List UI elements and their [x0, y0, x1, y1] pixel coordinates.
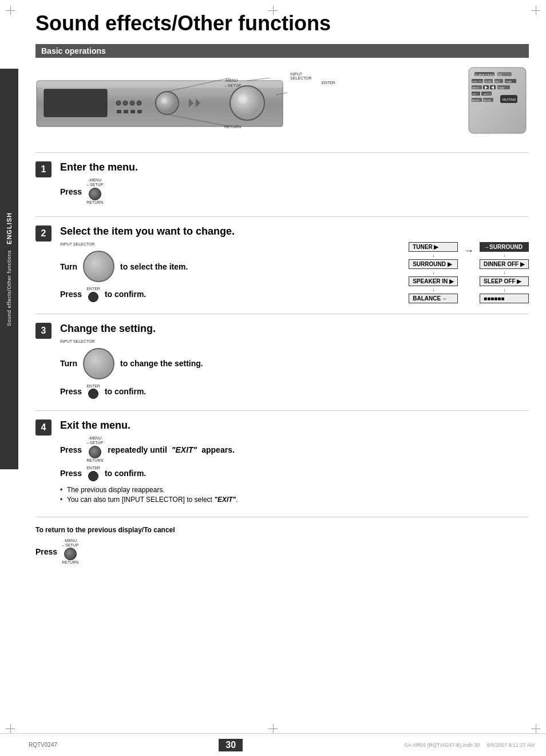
section-header: Basic operations	[35, 44, 529, 58]
sidebar: ENGLISH Sound effects/Other functions	[0, 69, 18, 469]
step-3-turn-desc: to change the setting.	[120, 359, 203, 368]
step-2-btn-circle	[88, 292, 98, 302]
menu-arrow-5: ↓	[480, 270, 529, 275]
menu-item-sleep: SLEEP OFF ▶	[480, 276, 529, 286]
footer-file-text: SA-XR59 (RQTV0247-B).indb 30	[404, 742, 480, 748]
step-3-number: 3	[35, 323, 52, 339]
step-3-turn-label: Turn	[60, 359, 77, 368]
page-footer: RQTV0247 30 SA-XR59 (RQTV0247-B).indb 30…	[0, 733, 546, 756]
menu-arrow-2: ↓	[409, 270, 458, 275]
return-setup-lbl: – SETUP	[62, 543, 78, 548]
step-3-content: Change the setting. INPUT SELECTOR Turn …	[60, 323, 529, 402]
crosshair-top-right	[531, 6, 540, 15]
svg-point-3	[116, 101, 121, 105]
step-1-section: 1 Enter the menu. Press -MENU – SETUP RE…	[35, 152, 529, 216]
step-2-input-selector-label: INPUT SELECTOR	[60, 242, 397, 246]
step-1-btn-circle	[89, 188, 101, 200]
col-arrow: →	[464, 245, 474, 257]
step-3-press-block: Press ENTER to confirm.	[60, 384, 529, 399]
step-3-knob	[83, 348, 114, 379]
menu-arrow-3: ↓	[409, 287, 458, 292]
step-3-enter-label: ENTER	[86, 384, 100, 389]
step-4-setup-lbl: – SETUP	[86, 441, 103, 445]
sidebar-function-label: Sound effects/Other functions	[6, 250, 12, 326]
menu-label-line2: – SETUP	[224, 83, 241, 88]
step-2-knob	[83, 251, 114, 282]
svg-point-12	[161, 98, 167, 104]
return-press-block: Press -MENU – SETUP RETURN	[35, 539, 529, 565]
svg-text:SUBWOOFER: SUBWOOFER	[475, 73, 494, 77]
step-2-title: Select the item you want to change.	[60, 225, 529, 238]
menu-item-surround2: →SURROUND	[480, 242, 529, 252]
svg-text:TV/AV: TV/AV	[505, 80, 512, 83]
step-2-content: Select the item you want to change. INPU…	[60, 225, 529, 304]
receiver-svg	[35, 78, 287, 129]
svg-rect-2	[44, 89, 107, 117]
main-content: Sound effects/Other functions Basic oper…	[18, 0, 546, 583]
step-4-btn-circle2	[88, 471, 98, 481]
svg-text:DDD>TTX: DDD>TTX	[472, 80, 483, 83]
step-4-return-button: -MENU – SETUP RETURN	[86, 436, 103, 463]
step-4-enter-label: ENTER	[86, 466, 100, 470]
step-2-menu-diagram: TUNER ▶ ↓ SURROUND ▶ ↓ SPEAKER IN ▶ ↓ BA…	[409, 242, 529, 303]
svg-rect-7	[117, 110, 121, 113]
menu-arrow-4: ↓	[480, 253, 529, 258]
menu-label-line1: -MENU	[224, 78, 241, 83]
enter-device-label: ENTER	[322, 81, 335, 85]
page-title: Sound effects/Other functions	[35, 11, 529, 35]
remote-device: SUBWOOFER TV... DDD>TTX LEVEL REC TV/AV …	[466, 66, 529, 137]
step-4-press2-label: Press	[60, 469, 82, 478]
menu-columns-wrapper: TUNER ▶ ↓ SURROUND ▶ ↓ SPEAKER IN ▶ ↓ BA…	[409, 242, 529, 303]
step-3-btn-circle	[88, 389, 98, 399]
svg-text:NEO 6: NEO 6	[472, 86, 480, 89]
footer-code: RQTV0247	[29, 742, 57, 748]
step-3-turn-block: Turn to change the setting.	[60, 348, 529, 379]
footer-date: 6/5/2007 9:11:27 AM	[487, 742, 535, 748]
svg-rect-10	[137, 110, 142, 113]
step-4-number: 4	[35, 419, 52, 436]
step-2-number: 2	[35, 225, 52, 242]
svg-text:LEVEL: LEVEL	[485, 80, 492, 83]
bullet-2-italic: "EXIT"	[214, 496, 236, 504]
menu-arrow-1: ↓	[409, 253, 458, 258]
step-4-btn-circle1	[89, 446, 101, 458]
svg-line-17	[247, 78, 287, 81]
svg-point-15	[230, 86, 264, 120]
svg-text:TV/AV: TV/AV	[498, 86, 505, 89]
bullet-2-text: You can also turn [INPUT SELECTOR] to se…	[67, 496, 214, 504]
step-1-button: -MENU – SETUP RETURN	[86, 178, 103, 205]
step-2-turn-desc: to select the item.	[120, 262, 188, 271]
step-4-return-lbl: RETURN	[86, 458, 103, 463]
step-3-title: Change the setting.	[60, 323, 529, 335]
svg-point-4	[123, 101, 128, 105]
input-selector-device-label: INPUT SELECTOR	[290, 72, 312, 80]
return-device-label: RETURN	[224, 125, 241, 129]
menu-col-2: →SURROUND ↓ DINNER OFF ▶ ↓ SLEEP OFF ▶ ↓…	[480, 242, 529, 303]
menu-setup-device-label: -MENU – SETUP	[224, 78, 241, 88]
step-4-press1-desc-italic: "EXIT"	[172, 445, 197, 454]
bullet-1: The previous display reappears.	[60, 486, 529, 494]
step-3-input-selector-label: INPUT SELECTOR	[60, 339, 529, 343]
step-2-section: 2 Select the item you want to change. IN…	[35, 216, 529, 313]
menu-item-tuner: TUNER ▶	[409, 242, 458, 252]
step-2-press-label: Press	[60, 290, 82, 299]
bullet-2-end: .	[236, 496, 238, 504]
footer-page-number: 30	[219, 739, 243, 751]
step-4-enter-button: ENTER	[86, 466, 100, 481]
step-4-press2-block: Press ENTER to confirm.	[60, 466, 529, 481]
svg-rect-9	[130, 110, 135, 113]
sidebar-english-label: ENGLISH	[6, 212, 13, 244]
device-illustration-area: INPUT SELECTOR -MENU – SETUP ENTER RETUR…	[35, 66, 529, 141]
svg-text:MUTING: MUTING	[503, 98, 516, 101]
menu-item-dinner: DINNER OFF ▶	[480, 259, 529, 269]
step-2-enter-button: ENTER	[86, 287, 100, 302]
return-press-label: Press	[35, 547, 57, 556]
return-section: To return to the previous display/To can…	[35, 517, 529, 577]
crosshair-top-center	[268, 6, 278, 15]
receiver-device: INPUT SELECTOR -MENU – SETUP ENTER RETUR…	[35, 78, 287, 132]
step-3-press-label: Press	[60, 387, 82, 396]
step-4-section: 4 Exit the menu. Press -MENU – SETUP RET…	[35, 410, 529, 514]
svg-rect-8	[124, 110, 128, 113]
return-button: -MENU – SETUP RETURN	[62, 539, 78, 565]
step-1-btn-label-menu: -MENU	[88, 178, 101, 183]
